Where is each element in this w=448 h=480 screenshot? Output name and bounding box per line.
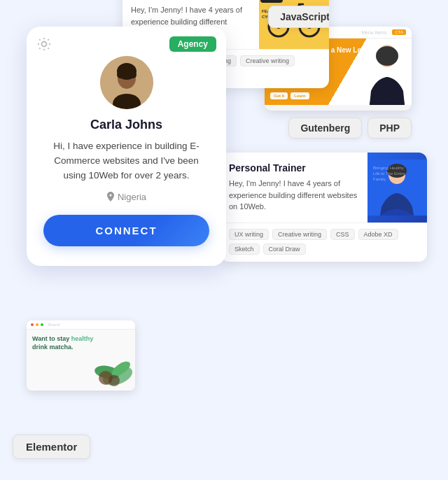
- tea-header: Brand: [27, 320, 135, 330]
- svg-point-0: [42, 42, 47, 47]
- skill-tag-gutenberg: Gutenberg: [288, 118, 362, 139]
- profile-name: Carla Johns: [43, 118, 209, 132]
- svg-point-18: [108, 375, 120, 386]
- tag-creative-writing: Creative writing: [272, 229, 327, 240]
- agency-badge: Agency: [169, 36, 216, 52]
- wp-btn2: Learn: [290, 92, 309, 99]
- wp-person: [363, 42, 412, 105]
- tea-body: Want to stay healthydrink matcha.: [27, 330, 135, 390]
- svg-text:Life to The Entire: Life to The Entire: [373, 171, 405, 176]
- elementor-tag: Elementor: [13, 435, 90, 459]
- trainer-image: Bringing Healthy Life to The Entire Fami…: [368, 153, 427, 223]
- tag-sketch: Sketch: [229, 243, 260, 255]
- svg-rect-31: [260, 0, 283, 3]
- trainer-card-body: Personal Trainer Hey, I'm Jenny! I have …: [220, 153, 427, 223]
- trainer-tags: UX writing Creative writing CSS Adobe XD…: [220, 223, 427, 262]
- location-label: Nigeria: [118, 192, 146, 202]
- trainer-info: Personal Trainer Hey, I'm Jenny! I have …: [220, 153, 368, 223]
- trainer-card: Personal Trainer Hey, I'm Jenny! I have …: [220, 153, 427, 262]
- javascript-badge: JavaScript: [268, 6, 329, 28]
- wp-btn1: Get It: [270, 92, 288, 99]
- vtag-creative: Creative writing: [240, 55, 295, 66]
- skill-tags-row: Gutenberg PHP: [288, 118, 412, 139]
- gear-icon[interactable]: [36, 36, 52, 52]
- tag-css: CSS: [330, 229, 355, 240]
- connect-button[interactable]: CONNECT: [43, 215, 209, 246]
- avatar: [100, 56, 153, 109]
- location-row: Nigeria: [43, 192, 209, 202]
- trainer-title: Personal Trainer: [229, 162, 359, 174]
- tag-coral-draw: Coral Draw: [263, 243, 306, 255]
- tag-adobe-xd: Adobe XD: [358, 229, 398, 240]
- profile-card: Agency Carla Johns Hi, I have experience…: [27, 27, 226, 266]
- skill-tag-php: PHP: [368, 118, 412, 139]
- tea-preview: Brand Want to stay healthydrink matcha.: [27, 320, 135, 390]
- svg-text:Family.: Family.: [373, 177, 386, 181]
- svg-rect-4: [117, 71, 136, 78]
- profile-bio: Hi, I have experience in building E-Comm…: [43, 139, 209, 183]
- tag-ux-writing: UX writing: [229, 229, 269, 240]
- svg-text:Bringing Healthy: Bringing Healthy: [373, 166, 404, 170]
- svg-point-7: [376, 46, 398, 66]
- trainer-bio: Hey, I'm Jenny! I have 4 years of experi…: [229, 178, 359, 213]
- wp-btn-row: Get It Learn: [270, 92, 309, 99]
